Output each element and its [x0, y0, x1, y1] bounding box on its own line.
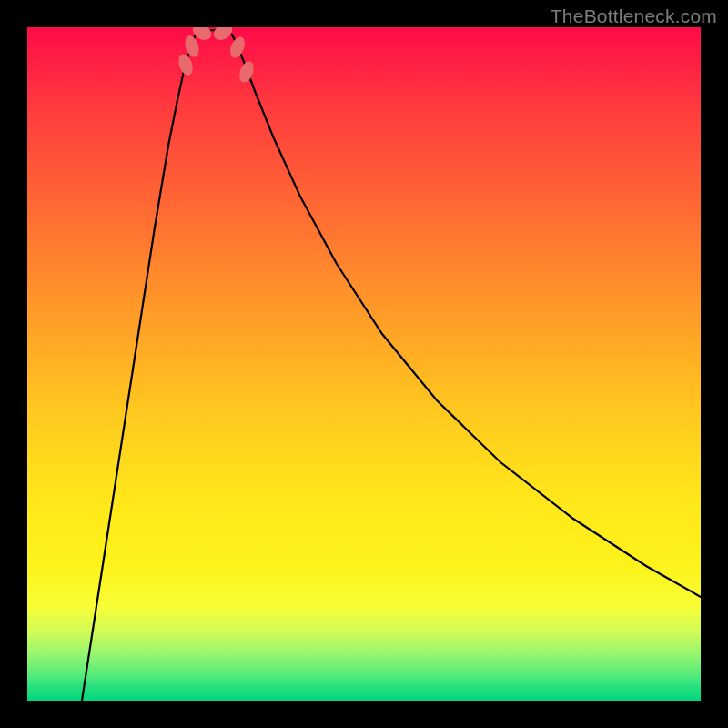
- curve-left-branch: [82, 35, 196, 701]
- curve-right-branch: [232, 35, 701, 597]
- chart-frame: TheBottleneck.com: [0, 0, 728, 728]
- curve-layer: [27, 27, 701, 701]
- watermark-text: TheBottleneck.com: [551, 5, 717, 27]
- data-marker: [237, 59, 256, 84]
- plot-area: [27, 27, 701, 701]
- data-marker: [228, 35, 248, 59]
